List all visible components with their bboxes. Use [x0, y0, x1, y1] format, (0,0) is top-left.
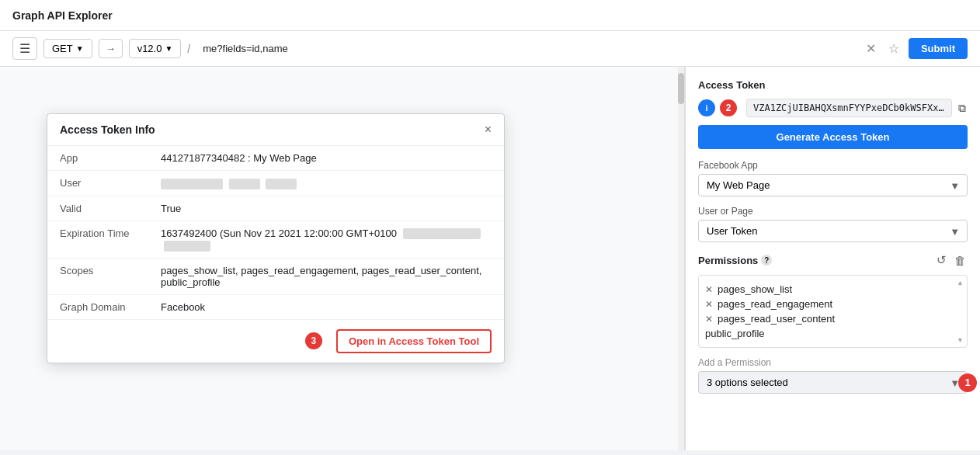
generate-access-token-button[interactable]: Generate Access Token	[698, 125, 968, 149]
user-page-dropdown[interactable]: User Token	[698, 220, 968, 242]
permissions-actions: ↺ 🗑	[935, 252, 968, 269]
modal-title: Access Token Info	[60, 123, 155, 136]
token-value: VZA1ZCjUIBAHQXsmnFYYPxeDCb0kWSFXxY(	[746, 99, 952, 117]
permission-name: pages_read_user_content	[718, 313, 835, 325]
remove-permission-button[interactable]: ✕	[705, 299, 713, 310]
toolbar-actions: ✕ ☆ Submit	[863, 38, 968, 59]
facebook-app-label: Facebook App	[698, 160, 968, 171]
info-badge: i	[698, 99, 715, 116]
copy-token-button[interactable]: ⧉	[957, 99, 968, 116]
token-info-table: App 441271877340482 : My Web Page User	[47, 146, 504, 320]
field-value: Facebook	[148, 294, 504, 319]
table-row: User	[47, 171, 504, 196]
table-row: App 441271877340482 : My Web Page	[47, 146, 504, 171]
facebook-app-dropdown[interactable]: My Web Page	[698, 174, 968, 196]
table-row: Expiration Time 1637492400 (Sun Nov 21 2…	[47, 221, 504, 258]
clear-button[interactable]: ✕	[863, 38, 879, 59]
field-value: pages_show_list, pages_read_engagement, …	[148, 258, 504, 294]
permissions-info-icon[interactable]: ?	[761, 255, 772, 266]
field-label: User	[47, 171, 148, 196]
main-content: Access Token Info × App 441271877340482 …	[0, 67, 980, 450]
field-label: Expiration Time	[47, 221, 148, 258]
blurred-expiry	[403, 228, 481, 239]
delete-button[interactable]: 🗑	[953, 252, 968, 269]
field-value: 1637492400 (Sun Nov 21 2021 12:00:00 GMT…	[148, 221, 504, 258]
star-icon: ☆	[888, 42, 899, 55]
url-input[interactable]	[196, 40, 857, 57]
field-label: Valid	[47, 196, 148, 221]
method-label: GET	[52, 43, 73, 54]
open-token-tool-button[interactable]: Open in Access Token Tool	[336, 329, 492, 353]
arrow-icon: →	[106, 43, 116, 54]
remove-permission-button[interactable]: ✕	[705, 314, 713, 325]
menu-button[interactable]: ☰	[12, 37, 37, 60]
method-arrow-icon: ▼	[76, 44, 84, 53]
table-row: Scopes pages_show_list, pages_read_engag…	[47, 258, 504, 294]
field-value: 441271877340482 : My Web Page	[148, 146, 504, 171]
version-label: v12.0	[137, 43, 162, 54]
url-slash: /	[187, 43, 190, 55]
permission-name: pages_read_engagement	[718, 298, 832, 310]
modal-overlay: Access Token Info × App 441271877340482 …	[0, 67, 684, 450]
step3-badge: 3	[305, 332, 322, 349]
step1-badge: 1	[958, 373, 977, 392]
blurred-expiry2	[164, 241, 210, 252]
add-permission-hint: Add a Permission	[698, 354, 968, 371]
field-label: Graph Domain	[47, 294, 148, 319]
remove-permission-button[interactable]: ✕	[705, 284, 713, 295]
right-panel: Access Token i 2 VZA1ZCjUIBAHQXsmnFYYPxe…	[685, 67, 980, 450]
blurred-user	[161, 179, 223, 189]
modal-header: Access Token Info ×	[47, 114, 504, 146]
list-item: ✕ pages_read_user_content	[705, 311, 961, 326]
options-dropdown-wrapper: 3 options selected ▼ 1	[698, 371, 968, 394]
modal-footer: 3 Open in Access Token Tool	[47, 320, 504, 363]
permissions-label: Permissions ?	[698, 255, 772, 266]
menu-icon: ☰	[19, 42, 30, 55]
access-token-info-modal: Access Token Info × App 441271877340482 …	[47, 113, 505, 363]
left-panel: Access Token Info × App 441271877340482 …	[0, 67, 685, 450]
version-arrow-icon: ▼	[165, 44, 172, 53]
options-dropdown[interactable]: 3 options selected	[698, 371, 968, 394]
modal-close-button[interactable]: ×	[485, 123, 492, 136]
facebook-app-dropdown-wrapper: My Web Page ▼	[698, 174, 968, 196]
blurred-user2	[229, 179, 260, 189]
permissions-list: ✕ pages_show_list ✕ pages_read_engagemen…	[698, 275, 968, 348]
undo-button[interactable]: ↺	[935, 252, 948, 269]
user-page-label: User or Page	[698, 206, 968, 217]
star-button[interactable]: ☆	[885, 38, 902, 59]
user-page-dropdown-wrapper: User Token ▼	[698, 220, 968, 242]
version-dropdown[interactable]: v12.0 ▼	[129, 39, 182, 58]
blurred-user3	[266, 179, 297, 189]
close-icon: ✕	[866, 42, 876, 55]
access-token-section-title: Access Token	[698, 79, 968, 91]
submit-button[interactable]: Submit	[909, 38, 968, 59]
table-row: Valid True	[47, 196, 504, 221]
field-label: App	[47, 146, 148, 171]
permissions-container: ✕ pages_show_list ✕ pages_read_engagemen…	[698, 275, 968, 394]
method-dropdown[interactable]: GET ▼	[43, 39, 92, 58]
permission-name: public_profile	[705, 328, 765, 339]
toolbar: ☰ GET ▼ → v12.0 ▼ / ✕ ☆ Submit	[0, 31, 980, 67]
app-title: Graph API Explorer	[12, 9, 113, 22]
list-item: public_profile	[705, 326, 961, 341]
copy-icon: ⧉	[958, 102, 966, 114]
app-header: Graph API Explorer	[0, 0, 980, 31]
token-row: i 2 VZA1ZCjUIBAHQXsmnFYYPxeDCb0kWSFXxY( …	[698, 99, 968, 117]
forward-button[interactable]: →	[99, 39, 123, 58]
field-value	[148, 171, 504, 196]
permissions-header: Permissions ? ↺ 🗑	[698, 252, 968, 269]
list-item: ✕ pages_show_list	[705, 282, 961, 297]
field-label: Scopes	[47, 258, 148, 294]
table-row: Graph Domain Facebook	[47, 294, 504, 319]
list-item: ✕ pages_read_engagement	[705, 297, 961, 311]
field-value: True	[148, 196, 504, 221]
step2-badge: 2	[720, 99, 737, 116]
permission-name: pages_show_list	[718, 283, 792, 295]
